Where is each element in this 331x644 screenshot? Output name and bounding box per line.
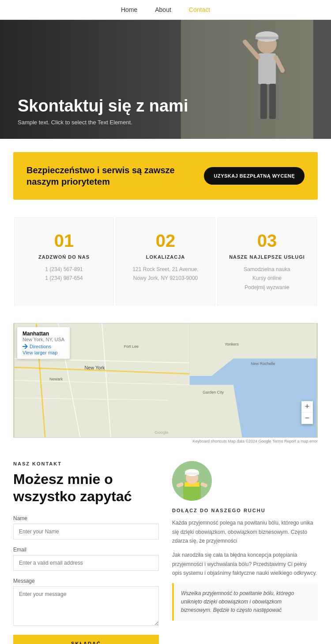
message-input[interactable] — [13, 586, 159, 626]
card-title-3: NASZE NAJLEPSZE USŁUGI — [226, 254, 308, 260]
name-field-group: Name — [13, 515, 159, 540]
contact-heading: Możesz mnie o wszystko zapytać — [13, 471, 159, 505]
svg-rect-34 — [185, 473, 199, 475]
name-input[interactable] — [13, 524, 159, 540]
svg-text:Fort Lee: Fort Lee — [124, 344, 139, 349]
contact-form-panel: NASZ KONTAKT Możesz mnie o wszystko zapy… — [13, 461, 159, 644]
contact-info-panel: DOŁĄCZ DO NASZEGO RUCHU Każda przyjemnoś… — [172, 461, 318, 644]
directions-icon — [23, 344, 28, 349]
zoom-in-button[interactable]: + — [301, 401, 313, 413]
message-label: Message — [13, 578, 159, 584]
hero-title: Skontaktuj się z nami — [18, 97, 188, 115]
right-section-label: DOŁĄCZ DO NASZEGO RUCHU — [172, 508, 318, 513]
info-card-phone: 01 ZADZWOŃ DO NAS 1 (234) 567-891 1 (234… — [14, 217, 114, 305]
navigation: Home About Contact — [0, 0, 331, 20]
email-field-group: Email — [13, 547, 159, 571]
svg-text:Yonkers: Yonkers — [225, 342, 239, 346]
card-title-2: LOKALIZACJA — [125, 254, 206, 260]
quote-text: Wszelka przyjemność to powitanie bólu, k… — [181, 590, 294, 613]
map-section: New York Newark Yonkers New Rochelle Hac… — [13, 323, 318, 443]
card-title-1: ZADZWOŃ DO NAS — [23, 254, 105, 260]
map-overlay: Manhattan New York, NY, USA Directions V… — [17, 327, 70, 359]
map-zoom-controls: + − — [301, 401, 313, 424]
message-field-group: Message — [13, 578, 159, 628]
contact-avatar — [172, 461, 212, 501]
quote-block: Wszelka przyjemność to powitanie bólu, k… — [172, 583, 318, 621]
name-label: Name — [13, 515, 159, 521]
banner-section: Bezpieczeństwo i serwis są zawsze naszym… — [13, 152, 318, 200]
card-number-2: 02 — [125, 231, 206, 251]
nav-about[interactable]: About — [155, 6, 171, 13]
info-card-location: 02 LOKALIZACJA 121 Rock Sreet, 21 Avenue… — [116, 217, 215, 305]
svg-text:Newark: Newark — [49, 377, 63, 381]
nav-contact[interactable]: Contact — [189, 6, 210, 13]
nav-home[interactable]: Home — [121, 6, 137, 13]
card-number-1: 01 — [23, 231, 105, 251]
avatar-image — [172, 461, 212, 501]
svg-marker-13 — [137, 385, 242, 437]
email-label: Email — [13, 547, 159, 553]
info-cards-section: 01 ZADZWOŃ DO NAS 1 (234) 567-891 1 (234… — [13, 217, 318, 305]
zoom-out-button[interactable]: − — [301, 413, 313, 424]
map-footer: Keyboard shortcuts Map data ©2024 Google… — [13, 439, 318, 443]
svg-text:New Rochelle: New Rochelle — [251, 361, 275, 366]
svg-text:Garden City: Garden City — [203, 390, 224, 395]
hero-section: Skontaktuj się z nami Sample text. Click… — [0, 20, 331, 139]
hero-subtitle: Sample text. Click to select the Text El… — [18, 119, 188, 126]
right-paragraph-1: Każda przyjemność polega na powitaniu bó… — [172, 518, 318, 545]
card-detail-3: Samodzielna nauka Kursy online Podejmij … — [226, 265, 308, 292]
submit-button[interactable]: SKŁADAĆ — [13, 635, 159, 644]
map-container[interactable]: New York Newark Yonkers New Rochelle Hac… — [13, 323, 318, 438]
map-directions[interactable]: Directions — [23, 344, 64, 349]
email-input[interactable] — [13, 555, 159, 571]
banner-heading: Bezpieczeństwo i serwis są zawsze naszym… — [26, 164, 194, 187]
info-card-services: 03 NASZE NAJLEPSZE USŁUGI Samodzielna na… — [217, 217, 317, 305]
right-paragraph-2: Jak narodziła się cała ta błędna koncepc… — [172, 551, 318, 577]
contact-label: NASZ KONTAKT — [13, 461, 159, 466]
map-larger[interactable]: View larger map — [23, 350, 64, 355]
svg-text:New York: New York — [84, 365, 105, 370]
map-city: Manhattan — [23, 331, 64, 337]
card-number-3: 03 — [226, 231, 308, 251]
card-detail-1: 1 (234) 567-891 1 (234) 987-654 — [23, 265, 105, 283]
map-state: New York, NY, USA — [23, 337, 64, 342]
card-detail-2: 121 Rock Sreet, 21 Avenue, Nowy Jork, NY… — [125, 265, 206, 283]
contact-section: NASZ KONTAKT Możesz mnie o wszystko zapy… — [13, 461, 318, 644]
svg-text:Google: Google — [154, 430, 169, 435]
hero-content: Skontaktuj się z nami Sample text. Click… — [18, 97, 188, 126]
free-quote-button[interactable]: UZYSKAJ BEZPŁATNĄ WYCENĘ — [204, 167, 305, 185]
